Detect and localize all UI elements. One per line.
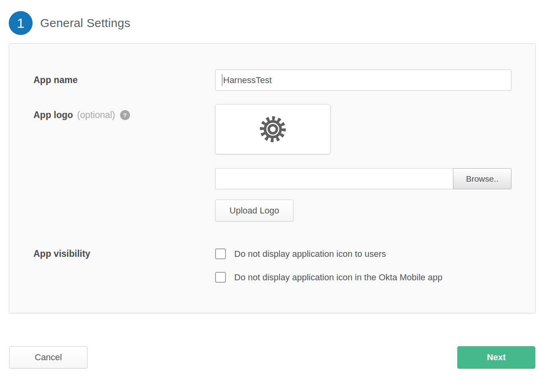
step-header: 1 General Settings — [9, 11, 552, 35]
app-logo-controls: Browse.. Upload Logo — [215, 104, 511, 221]
general-settings-page: 1 General Settings App name App logo (op… — [0, 11, 552, 369]
browse-button[interactable]: Browse.. — [453, 168, 511, 189]
hide-icon-mobile-label: Do not display application icon in the O… — [234, 272, 442, 283]
wizard-footer: Cancel Next — [9, 346, 535, 369]
logo-file-input: Browse.. — [215, 168, 511, 189]
upload-logo-button[interactable]: Upload Logo — [215, 200, 293, 221]
visibility-option-users: Do not display application icon to users — [215, 248, 511, 259]
visibility-option-mobile: Do not display application icon in the O… — [215, 272, 511, 283]
app-logo-label: App logo — [33, 110, 73, 120]
page-title: General Settings — [40, 16, 130, 30]
app-name-input-wrap — [215, 70, 511, 91]
app-logo-optional-label: (optional) — [77, 110, 115, 120]
logo-preview-box — [215, 104, 330, 154]
app-logo-label-group: App logo (optional) ? — [33, 110, 215, 120]
file-path-field[interactable] — [215, 168, 453, 189]
app-logo-row: App logo (optional) ? — [33, 104, 511, 221]
app-visibility-options: Do not display application icon to users… — [215, 248, 511, 283]
text-cursor — [222, 74, 222, 86]
next-button[interactable]: Next — [457, 346, 535, 369]
hide-icon-users-checkbox[interactable] — [215, 248, 226, 259]
cancel-button[interactable]: Cancel — [9, 346, 87, 369]
hide-icon-mobile-checkbox[interactable] — [215, 272, 226, 283]
help-icon[interactable]: ? — [120, 110, 130, 120]
app-visibility-row: App visibility Do not display applicatio… — [33, 248, 511, 283]
app-name-label: App name — [33, 75, 215, 85]
app-name-row: App name — [33, 70, 511, 91]
hide-icon-users-label: Do not display application icon to users — [234, 249, 386, 259]
step-number-badge: 1 — [9, 11, 33, 35]
app-visibility-label: App visibility — [33, 248, 215, 259]
question-mark-glyph: ? — [123, 112, 126, 118]
step-number: 1 — [17, 16, 25, 31]
gear-icon — [258, 114, 288, 144]
app-name-input[interactable] — [215, 70, 511, 91]
general-settings-panel: App name App logo (optional) ? — [9, 43, 536, 313]
